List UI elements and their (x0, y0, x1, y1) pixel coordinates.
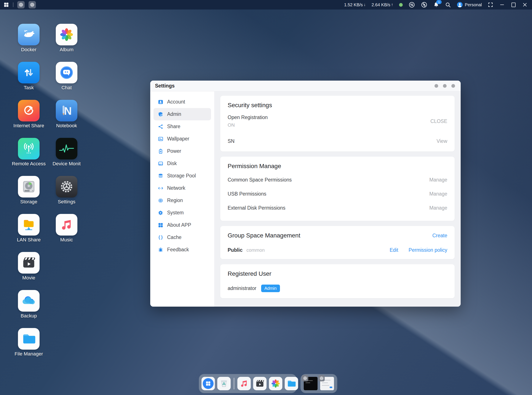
security-settings-card: Security settings Open Registration ON C… (220, 96, 454, 152)
running-app-settings-1[interactable] (17, 1, 25, 8)
movie-icon (18, 252, 39, 274)
notebook-icon (56, 100, 78, 121)
window-preview-2[interactable] (320, 377, 334, 390)
window-control-maximize[interactable] (443, 84, 447, 88)
sn-label: SN (228, 138, 235, 144)
manage-action[interactable]: Manage (429, 177, 447, 183)
desktop-icon-internet-share[interactable]: Internet Share (18, 100, 39, 121)
desktop-icon-label: LAN Share (17, 237, 41, 243)
dock-album-button[interactable] (269, 377, 282, 390)
create-group-action[interactable]: Create (432, 233, 447, 239)
music-note-icon (239, 378, 249, 389)
sidebar-item-about-app[interactable]: About APP (154, 219, 211, 231)
sidebar-item-system[interactable]: System (154, 207, 211, 219)
sidebar-item-storage-pool[interactable]: Storage Pool (154, 170, 211, 182)
group-tag: common (246, 247, 265, 253)
desktop-icon-lan-share[interactable]: LAN Share (18, 214, 39, 236)
desktop-icon-storage[interactable]: Storage (18, 176, 39, 198)
desktop-icon-remote-access[interactable]: Remote Access (18, 138, 39, 159)
window-titlebar[interactable]: Settings (150, 81, 461, 91)
user-name: Personal (465, 2, 482, 7)
maximize-icon (511, 3, 515, 7)
dock-music-button[interactable] (237, 377, 251, 390)
desktop-icon-device-monit[interactable]: Device Monit (56, 138, 78, 159)
desktop-icon-settings[interactable]: Settings (56, 176, 78, 198)
share-icon (158, 124, 163, 129)
about-app-icon (158, 222, 163, 228)
edit-group-action[interactable]: Edit (389, 247, 398, 253)
system-status-dot[interactable] (399, 3, 403, 7)
manage-action[interactable]: Manage (429, 205, 447, 211)
desktop-icon-label: Device Monit (53, 161, 81, 167)
sidebar-item-feedback[interactable]: Feedback (154, 243, 211, 256)
desktop-icon-backup[interactable]: Backup (18, 290, 39, 312)
desktop-icon-file-manager[interactable]: File Manager (18, 328, 39, 350)
settings-content: Security settings Open Registration ON C… (214, 91, 461, 307)
dock-launcher-button[interactable] (201, 377, 215, 390)
clapperboard-icon (255, 378, 265, 389)
fullscreen-button[interactable] (488, 2, 493, 8)
internet-share-icon (18, 100, 39, 121)
card-title: Group Space Management (228, 232, 300, 239)
notifications-button[interactable]: 1 (433, 2, 439, 8)
desktop-icon-label: Storage (20, 199, 37, 205)
close-button[interactable] (522, 2, 528, 8)
app-launcher-icon[interactable] (3, 2, 9, 8)
open-registration-value: ON (228, 122, 268, 128)
transfer-icon[interactable] (409, 1, 415, 8)
sidebar-item-power[interactable]: Power (154, 145, 211, 157)
card-title: Security settings (228, 102, 447, 109)
desktop-icon-label: Chat (61, 85, 72, 91)
maximize-button[interactable] (511, 2, 516, 8)
desktop-icon-chat[interactable]: Chat (56, 62, 78, 83)
sidebar-item-share[interactable]: Share (154, 120, 211, 133)
photos-pinwheel-icon (271, 378, 281, 389)
search-icon[interactable] (445, 2, 451, 8)
sidebar-item-account[interactable]: Account (154, 96, 211, 108)
group-space-management-card: Group Space Management Create Public com… (220, 226, 454, 259)
sidebar-item-admin[interactable]: Admin (154, 108, 211, 120)
dock-trash-button[interactable] (217, 377, 231, 390)
avatar (457, 2, 463, 8)
desktop-icon-label: Settings (58, 199, 75, 205)
storage-icon (18, 176, 39, 198)
window-control-minimize[interactable] (434, 84, 438, 88)
window-control-close[interactable] (451, 84, 455, 88)
desktop-icon-album[interactable]: Album (56, 24, 78, 45)
dock (199, 374, 297, 393)
running-app-settings-2[interactable] (28, 1, 36, 8)
user-menu[interactable]: Personal (457, 2, 482, 8)
sidebar-item-wallpaper[interactable]: Wallpaper (154, 133, 211, 145)
sync-backup-icon[interactable] (421, 1, 427, 8)
power-battery-icon (158, 148, 163, 154)
manage-action[interactable]: Manage (429, 191, 447, 197)
desktop-icon-task[interactable]: Task (18, 62, 39, 83)
album-icon (56, 24, 78, 45)
desktop-icon-notebook[interactable]: Notebook (56, 100, 78, 121)
sidebar-item-region[interactable]: Region (154, 194, 211, 207)
desktop-icon-music[interactable]: Music (56, 214, 78, 236)
admin-role-badge: Admin (261, 285, 280, 292)
sn-view-action[interactable]: View (437, 138, 447, 144)
window-preview-1[interactable] (304, 377, 318, 390)
dock-file-manager-button[interactable] (285, 377, 298, 390)
network-icon (158, 185, 163, 191)
group-name: Public (228, 247, 243, 253)
minimize-button[interactable] (499, 2, 505, 8)
remote-access-icon (18, 138, 39, 159)
sidebar-item-cache[interactable]: Cache (154, 231, 211, 243)
dock-movie-button[interactable] (253, 377, 266, 390)
settings-icon (56, 176, 78, 198)
sidebar-item-disk[interactable]: Disk (154, 157, 211, 170)
chat-icon (56, 62, 78, 83)
desktop-icon-docker[interactable]: Docker (18, 24, 39, 45)
desktop-icon-movie[interactable]: Movie (18, 252, 39, 274)
card-title: Permission Manage (228, 163, 447, 170)
permission-policy-action[interactable]: Permission policy (409, 247, 447, 253)
desktop-icon-label: Internet Share (13, 123, 44, 129)
task-icon (18, 62, 39, 83)
open-registration-row: Open Registration ON CLOSE (228, 114, 447, 128)
close-registration-action[interactable]: CLOSE (430, 118, 447, 124)
sidebar-item-network[interactable]: Network (154, 182, 211, 194)
dock-window-previews (300, 374, 337, 393)
